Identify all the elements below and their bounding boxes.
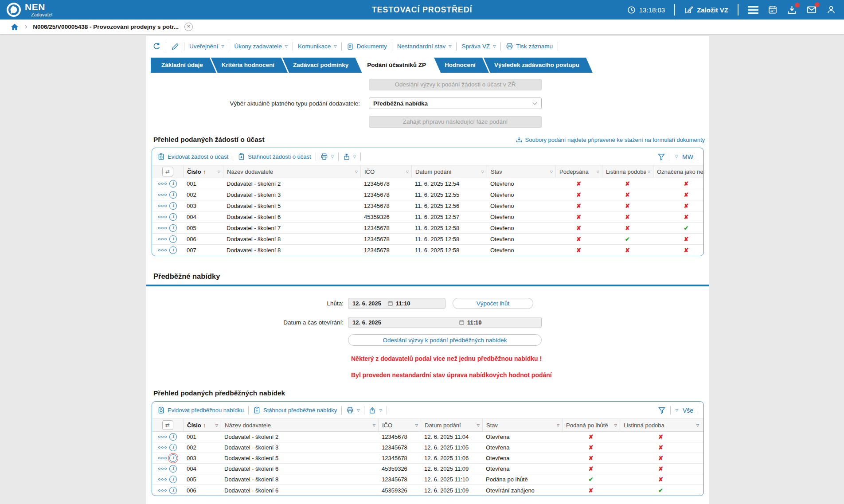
grid-print-button[interactable]: ▽ xyxy=(320,153,334,160)
column-header-paper[interactable]: Listinná podoba▽ xyxy=(620,419,702,431)
row-menu-icon[interactable] xyxy=(158,446,167,449)
register-prelim-offer-button[interactable]: Evidovat předběžnou nabídku xyxy=(157,406,244,414)
tab-krit-ria-hodnocen-[interactable]: Kritéria hodnocení xyxy=(211,58,288,73)
column-header-supplier[interactable]: Název dodavatele▽ xyxy=(223,165,360,178)
info-icon[interactable]: i xyxy=(169,454,177,462)
column-filter-icon[interactable]: ▽ xyxy=(404,170,409,174)
row-menu-icon[interactable] xyxy=(158,238,167,240)
column-settings-icon[interactable]: ⇄ xyxy=(162,420,173,430)
column-header-number[interactable]: Číslo↑▽ xyxy=(183,165,223,178)
menu-ukony-zadavatele[interactable]: Úkony zadavatele▽ xyxy=(234,43,287,50)
row-menu-icon[interactable] xyxy=(158,205,167,207)
info-icon[interactable]: i xyxy=(169,444,177,451)
messages-button[interactable] xyxy=(806,4,817,15)
calendar-icon[interactable] xyxy=(768,5,778,15)
row-menu-icon[interactable] xyxy=(158,468,167,470)
grid-print-button[interactable]: ▽ xyxy=(346,406,359,414)
table-row[interactable]: i004Dodavatel - školení 64535932611. 6. … xyxy=(152,211,703,223)
column-filter-icon[interactable]: ▽ xyxy=(475,423,480,427)
info-icon[interactable]: i xyxy=(169,465,177,473)
menu-sprava-vz[interactable]: Správa VZ▽ xyxy=(461,43,496,50)
chevron-down-icon[interactable]: ▽ xyxy=(675,155,678,159)
pencil-icon[interactable] xyxy=(171,43,179,51)
column-filter-icon[interactable]: ▽ xyxy=(216,170,220,174)
download-requests-button[interactable]: Stáhnout žádosti o účast xyxy=(238,153,311,160)
tab-pod-n-astn-k-zp[interactable]: Podání účastníků ZP xyxy=(356,58,439,73)
column-filter-icon[interactable]: ▽ xyxy=(595,170,599,174)
filter-icon[interactable] xyxy=(657,153,665,161)
table-row[interactable]: i002Dodavatel - školení 31234567812. 6. … xyxy=(152,442,703,453)
table-row[interactable]: i003Dodavatel - školení 51234567812. 6. … xyxy=(152,453,703,464)
column-filter-icon[interactable]: ▽ xyxy=(214,423,218,427)
close-record-icon[interactable]: ✕ xyxy=(184,23,193,31)
column-filter-icon[interactable]: ▽ xyxy=(646,170,650,174)
download-submissions-link[interactable]: Soubory podání najdete připravené ke sta… xyxy=(516,136,705,143)
submission-type-select[interactable]: Předběžná nabídka xyxy=(369,98,542,109)
filter-icon[interactable] xyxy=(658,406,666,414)
column-filter-icon[interactable]: ▽ xyxy=(695,423,699,427)
send-prelim-offers-request-button[interactable]: Odeslání výzvy k podání předběžných nabí… xyxy=(348,334,542,346)
column-header-status[interactable]: Stav▽ xyxy=(487,165,555,178)
menu-dokumenty[interactable]: Dokumenty xyxy=(347,43,387,50)
column-filter-icon[interactable]: ▽ xyxy=(371,423,375,427)
column-filter-icon[interactable]: ▽ xyxy=(613,423,617,427)
tab-z-kladn-daje[interactable]: Základní údaje xyxy=(151,58,216,73)
table-row[interactable]: i002Dodavatel - školení 31234567811. 6. … xyxy=(152,189,703,200)
row-menu-icon[interactable] xyxy=(158,489,167,492)
table-row[interactable]: i004Dodavatel - školení 64535932612. 6. … xyxy=(152,464,703,474)
tab-zad-vac-podm-nky[interactable]: Zadávací podmínky xyxy=(282,58,362,73)
column-filter-icon[interactable]: ▽ xyxy=(353,170,358,174)
row-menu-icon[interactable] xyxy=(158,249,167,251)
user-icon[interactable] xyxy=(826,5,836,15)
column-header-late[interactable]: Podaná po lhůtě▽ xyxy=(562,419,620,431)
row-menu-icon[interactable] xyxy=(158,194,167,196)
info-icon[interactable]: i xyxy=(169,246,177,254)
refresh-icon[interactable] xyxy=(152,42,161,51)
row-menu-icon[interactable] xyxy=(158,478,167,481)
print-record-button[interactable]: Tisk záznamu xyxy=(506,43,553,50)
row-menu-icon[interactable] xyxy=(158,436,167,438)
info-icon[interactable]: i xyxy=(169,180,177,188)
row-menu-icon[interactable] xyxy=(158,227,167,229)
column-header-marked[interactable]: Označena jako ne▽ xyxy=(653,165,703,178)
table-row[interactable]: i005Dodavatel - školení 71234567811. 6. … xyxy=(152,223,703,234)
column-header-date[interactable]: Datum podání▽ xyxy=(421,419,482,431)
column-header-status[interactable]: Stav▽ xyxy=(482,419,562,431)
grid-view-selector[interactable]: MW xyxy=(682,153,693,160)
row-menu-icon[interactable] xyxy=(158,183,167,185)
grid-view-selector[interactable]: Vše xyxy=(683,407,693,414)
column-filter-icon[interactable]: ▽ xyxy=(555,423,559,427)
menu-uverejneni[interactable]: Uveřejnění▽ xyxy=(189,43,224,50)
grid-export-button[interactable]: ▽ xyxy=(369,407,382,414)
info-icon[interactable]: i xyxy=(169,235,177,243)
register-request-button[interactable]: Evidovat žádost o účast xyxy=(157,153,228,160)
table-row[interactable]: i005Dodavatel - školení 81234567812. 6. … xyxy=(152,474,703,485)
column-filter-icon[interactable]: ▽ xyxy=(414,423,418,427)
table-row[interactable]: i007Dodavatel - školení 81234567811. 6. … xyxy=(152,245,703,256)
tab-v-sledek-zad-vac-ho-postupu[interactable]: Výsledek zadávacího postupu xyxy=(484,58,593,73)
column-header-ico[interactable]: IČO▽ xyxy=(378,419,421,431)
table-row[interactable]: i006Dodavatel - školení 64535932612. 6. … xyxy=(152,485,703,496)
create-vz-button[interactable]: Založit VZ xyxy=(684,5,728,14)
calculate-deadlines-button[interactable]: Výpočet lhůt xyxy=(453,298,533,309)
info-icon[interactable]: i xyxy=(169,476,177,483)
column-filter-icon[interactable]: ▽ xyxy=(480,170,484,174)
table-row[interactable]: i006Dodavatel - školení 81234567811. 6. … xyxy=(152,234,703,245)
column-header-date[interactable]: Datum podání▽ xyxy=(411,165,487,178)
opening-datetime-input[interactable]: 12. 6. 2025 11:10 xyxy=(348,317,542,328)
info-icon[interactable]: i xyxy=(169,433,177,441)
tab-hodnocen-[interactable]: Hodnocení xyxy=(434,58,489,73)
column-header-supplier[interactable]: Název dodavatele▽ xyxy=(221,419,378,431)
row-menu-icon[interactable] xyxy=(158,216,167,218)
breadcrumb-item[interactable]: N006/25/V00005438 - Provozování prodejny… xyxy=(33,23,179,30)
table-row[interactable]: i001Dodavatel - školení 21234567811. 6. … xyxy=(152,178,703,189)
column-filter-icon[interactable]: ▽ xyxy=(548,170,553,174)
home-icon[interactable] xyxy=(10,23,19,31)
info-icon[interactable]: i xyxy=(169,224,177,232)
download-prelim-offers-button[interactable]: Stáhnout předběžné nabídky xyxy=(253,406,337,414)
info-icon[interactable]: i xyxy=(169,202,177,210)
table-row[interactable]: i001Dodavatel - školení 21234567812. 6. … xyxy=(152,432,703,442)
column-header-signed[interactable]: Podepsána▽ xyxy=(555,165,602,178)
info-icon[interactable]: i xyxy=(169,191,177,199)
menu-komunikace[interactable]: Komunikace▽ xyxy=(298,43,336,50)
